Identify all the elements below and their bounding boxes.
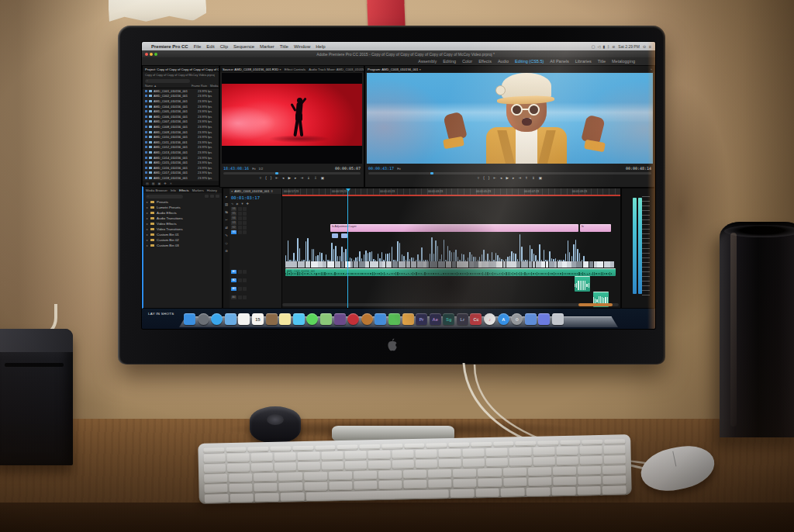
keyboard-key[interactable] bbox=[304, 482, 327, 491]
cut-segment[interactable] bbox=[306, 261, 310, 268]
keyboard-key[interactable] bbox=[354, 481, 377, 490]
effects-folder-row[interactable]: ▸ Audio Transitions bbox=[143, 216, 222, 221]
zoom-window-button[interactable] bbox=[154, 53, 157, 56]
track-lock-icon[interactable] bbox=[238, 278, 242, 282]
keyboard-key[interactable] bbox=[582, 440, 603, 445]
track-mute-icon[interactable] bbox=[243, 287, 247, 291]
cut-segment[interactable] bbox=[610, 261, 614, 268]
panel-overflow-icon[interactable]: » bbox=[651, 67, 652, 71]
keyboard-key[interactable] bbox=[439, 449, 461, 458]
track-mute-icon[interactable] bbox=[243, 270, 247, 274]
cut-segment[interactable] bbox=[375, 261, 378, 268]
twirl-icon[interactable]: ▸ bbox=[147, 216, 148, 220]
status-icon[interactable]: ▢ bbox=[592, 44, 596, 49]
effects-tab[interactable]: Info bbox=[171, 188, 176, 192]
transport-button[interactable]: ▸ bbox=[295, 176, 296, 180]
project-clip-row[interactable]: AMD_C001_010156_001 23.976 fps bbox=[143, 88, 219, 94]
tool-icon[interactable]: ↹ bbox=[225, 210, 228, 214]
a-track-header-2[interactable]: A2 bbox=[231, 277, 247, 284]
dock-icon[interactable] bbox=[184, 313, 195, 325]
transport-button[interactable]: ◂ bbox=[282, 176, 284, 180]
cut-segment[interactable] bbox=[430, 261, 433, 268]
dock-icon[interactable]: Cc bbox=[470, 313, 482, 325]
notification-center-icon[interactable]: ≡ bbox=[649, 44, 651, 49]
cut-segment[interactable] bbox=[533, 261, 535, 268]
program-video-area[interactable] bbox=[367, 73, 653, 164]
cut-segment[interactable] bbox=[350, 261, 353, 268]
cut-segment[interactable] bbox=[541, 261, 545, 268]
cut-segment[interactable] bbox=[463, 261, 468, 268]
source-patch-cell[interactable]: A4 bbox=[231, 295, 236, 299]
label-color-chip[interactable] bbox=[145, 141, 147, 143]
timeline-button[interactable]: ◈ bbox=[236, 202, 238, 206]
keyboard-key[interactable] bbox=[354, 471, 377, 480]
track-mute-icon[interactable] bbox=[243, 216, 247, 220]
tab-program[interactable]: Program: AMD_C003_010156_001 × bbox=[368, 67, 421, 71]
keyboard-key[interactable] bbox=[304, 472, 327, 481]
cut-segment[interactable] bbox=[318, 261, 322, 268]
dock-icon[interactable] bbox=[266, 313, 278, 325]
status-icon[interactable]: ◁ bbox=[598, 44, 601, 49]
close-tab-icon[interactable]: × bbox=[231, 189, 233, 193]
keyboard-key[interactable] bbox=[229, 483, 252, 492]
track-lock-icon[interactable] bbox=[238, 226, 242, 230]
cut-segment[interactable] bbox=[474, 261, 478, 268]
cut-segment[interactable] bbox=[546, 261, 548, 268]
scrollbar-thumb[interactable] bbox=[578, 303, 613, 306]
label-color-chip[interactable] bbox=[145, 120, 147, 123]
keyboard-key[interactable] bbox=[415, 449, 437, 458]
workspace-tab[interactable]: Effects bbox=[478, 59, 492, 64]
cut-segment[interactable] bbox=[323, 261, 326, 268]
source-video-area[interactable] bbox=[222, 73, 362, 164]
keyboard-key[interactable] bbox=[580, 456, 602, 465]
keyboard-key[interactable] bbox=[580, 446, 602, 455]
dock-icon[interactable] bbox=[320, 313, 332, 325]
status-icon[interactable]: ≋ bbox=[612, 44, 615, 49]
cut-segment[interactable] bbox=[554, 261, 557, 268]
keyboard-key[interactable] bbox=[315, 445, 336, 451]
transport-button[interactable]: ⇓ bbox=[307, 176, 310, 180]
cut-segment[interactable] bbox=[558, 261, 562, 268]
twirl-icon[interactable]: ▸ bbox=[147, 211, 148, 215]
transport-button[interactable]: } bbox=[271, 176, 272, 180]
tool-icon[interactable]: ⇄ bbox=[225, 226, 228, 230]
keyboard-key[interactable] bbox=[298, 462, 320, 472]
adjustment-layer-clip[interactable]: fx Adjustment Layer bbox=[330, 224, 578, 232]
keyboard-key[interactable] bbox=[448, 443, 469, 448]
dock-icon[interactable]: ♪ bbox=[484, 313, 495, 325]
footer-icon[interactable]: ▦ bbox=[152, 181, 155, 185]
keyboard-key[interactable] bbox=[381, 444, 402, 449]
label-color-chip[interactable] bbox=[145, 146, 147, 148]
program-timecode[interactable]: 00:00:43:17 bbox=[368, 166, 394, 171]
twirl-icon[interactable]: ▸ bbox=[147, 206, 148, 209]
keyboard-key[interactable] bbox=[250, 463, 273, 472]
keyboard-key[interactable] bbox=[321, 451, 343, 461]
cut-segment[interactable] bbox=[452, 261, 456, 268]
cut-segment[interactable] bbox=[354, 261, 359, 268]
track-mute-icon[interactable] bbox=[243, 212, 247, 216]
cut-segment[interactable] bbox=[521, 261, 528, 268]
audio-thumb-clip[interactable] bbox=[575, 276, 590, 292]
project-clip-row[interactable]: AMD_C010_010156_001 23.976 fps bbox=[143, 134, 219, 140]
keyboard-key[interactable] bbox=[204, 464, 226, 473]
keyboard-key[interactable] bbox=[403, 470, 426, 479]
workspace-tab[interactable]: Libraries bbox=[575, 59, 592, 64]
effects-tab[interactable]: Effects bbox=[179, 188, 189, 192]
transport-button[interactable]: ⇥ bbox=[300, 176, 303, 180]
cut-segment[interactable] bbox=[382, 261, 385, 268]
cut-segment[interactable] bbox=[583, 261, 589, 268]
cut-segment[interactable] bbox=[469, 261, 474, 268]
dock-icon[interactable] bbox=[347, 313, 359, 325]
dock-icon[interactable] bbox=[388, 313, 400, 325]
a-track-header-3[interactable]: A3 bbox=[231, 285, 247, 292]
keyboard-key[interactable] bbox=[329, 482, 352, 491]
keyboard-key[interactable] bbox=[526, 487, 551, 496]
timeline-scrollbar[interactable] bbox=[282, 303, 619, 306]
keyboard-key[interactable] bbox=[486, 458, 509, 467]
keyboard-key[interactable] bbox=[453, 468, 476, 478]
keyboard-key[interactable] bbox=[204, 474, 227, 483]
track-lock-icon[interactable] bbox=[238, 221, 242, 225]
keyboard-key[interactable] bbox=[516, 441, 537, 447]
keyboard-key[interactable] bbox=[462, 458, 485, 468]
dock-icon[interactable] bbox=[538, 313, 550, 325]
